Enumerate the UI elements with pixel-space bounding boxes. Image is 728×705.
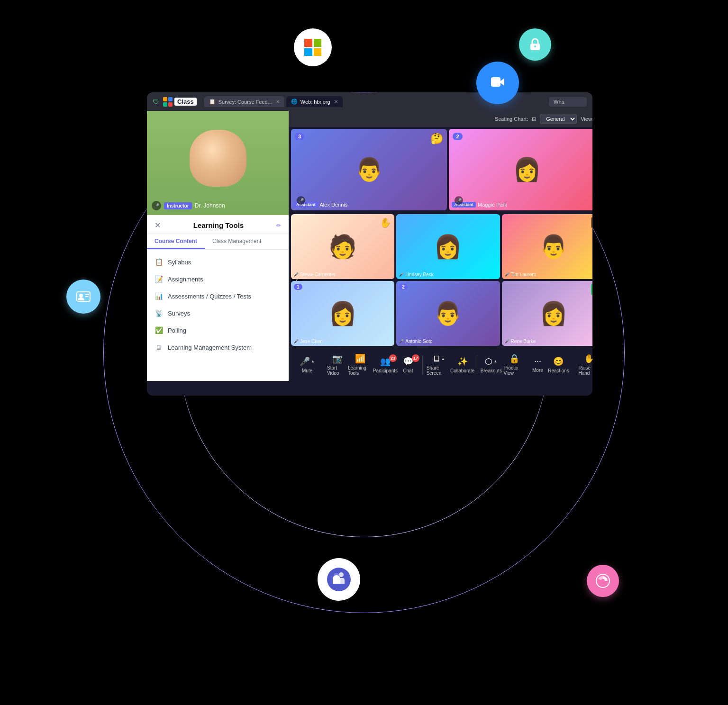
- share-screen-button[interactable]: 🖥 ▲ Share Screen: [427, 354, 450, 376]
- start-video-icon: 📷: [332, 353, 343, 364]
- tim-rewind-icon: ⏪: [591, 217, 592, 228]
- tab-survey-close[interactable]: ✕: [276, 99, 280, 104]
- class-logo-icon: [163, 97, 173, 107]
- alex-mic-icon: 🎤: [297, 196, 305, 205]
- collaborate-label: Collaborate: [450, 368, 474, 373]
- svg-point-3: [79, 294, 83, 298]
- surveys-icon: 📡: [155, 309, 163, 317]
- lindsay-name: Lindsay Beck: [405, 272, 433, 277]
- user-card-icon: [66, 280, 100, 314]
- tab-web-close[interactable]: ✕: [334, 99, 338, 104]
- polling-icon: ✅: [155, 326, 163, 334]
- more-label: More: [532, 368, 543, 373]
- rene-check-icon: ✓: [591, 284, 592, 295]
- menu-item-surveys[interactable]: 📡 Surveys: [147, 305, 289, 322]
- lms-label: Learning Management System: [168, 344, 252, 351]
- svg-point-1: [534, 45, 536, 47]
- learning-tools-header: ✕ Learning Tools ✏: [147, 215, 289, 234]
- grid-icon: ⊞: [532, 116, 536, 122]
- menu-item-lms[interactable]: 🖥 Learning Management System: [147, 339, 289, 356]
- instructor-role-badge: Instructor: [164, 202, 192, 209]
- breakouts-label: Breakouts: [481, 368, 502, 373]
- browser-titlebar: 🛡 Class 📋 Survey: Course Feed... ✕ 🌐 Web…: [147, 92, 592, 111]
- tab-web[interactable]: 🌐 Web: hbr.org ✕: [286, 96, 343, 107]
- stevie-name-label: 🎤 Stevie Carpenter: [294, 272, 336, 277]
- start-video-label: Start Video: [327, 365, 348, 376]
- browser-search-bar[interactable]: Wha: [549, 97, 587, 107]
- assignments-icon: 📝: [155, 275, 163, 283]
- featured-participants-row: 👨 3 🤔 🎤 Assistant Alex Dennis 👩 2 🎤: [289, 127, 592, 212]
- antonio-avatar: 👨: [396, 281, 500, 346]
- antonio-chat-count: 2: [399, 284, 408, 290]
- breakouts-icon: ⬡ ▲: [485, 356, 497, 367]
- reactions-button[interactable]: 😊 Reactions: [548, 356, 569, 373]
- tim-name: Tim Laurent: [511, 272, 536, 277]
- maggie-name: Maggie Park: [478, 202, 507, 208]
- jese-name: Jese Chen: [300, 339, 323, 344]
- mute-label: Mute: [302, 368, 312, 373]
- antonio-name: Antonio Soto: [405, 339, 432, 344]
- menu-item-assignments[interactable]: 📝 Assignments: [147, 271, 289, 288]
- raise-hand-icon: ✋: [584, 353, 592, 364]
- alex-emoji: 🤔: [430, 133, 443, 145]
- learning-tools-tabs: Course Content Class Management: [147, 234, 289, 250]
- menu-item-assessments[interactable]: 📊 Assessments / Quizzes / Tests: [147, 288, 289, 305]
- grid-cell-tim: 👨 ⏪ 🎤 Tim Laurent: [502, 214, 592, 279]
- participants-button[interactable]: 👥 23 Participants: [375, 356, 396, 373]
- toolbar-center: 📶 Learning Tools 👥 23 Participants 💬 17 …: [348, 353, 548, 376]
- grid-cell-rene: 👩 ✓ 🎤 Rene Burke: [502, 281, 592, 346]
- start-video-button[interactable]: 📷 Start Video: [327, 353, 348, 376]
- share-screen-label: Share Screen: [427, 365, 450, 376]
- raise-hand-label: Raise Hand: [578, 365, 592, 376]
- assignments-label: Assignments: [168, 276, 203, 283]
- raise-hand-button[interactable]: ✋ Raise Hand: [578, 353, 592, 376]
- learning-tools-menu: 📋 Syllabus 📝 Assignments 📊 Assessments /…: [147, 250, 289, 360]
- syllabus-icon: 📋: [155, 258, 163, 266]
- instructor-mic-icon: 🎤: [152, 201, 161, 210]
- class-logo-text: Class: [174, 98, 197, 106]
- menu-item-syllabus[interactable]: 📋 Syllabus: [147, 253, 289, 271]
- mute-button[interactable]: 🎤 ▲ Mute: [297, 356, 318, 373]
- participants-badge: 23: [389, 354, 397, 362]
- learning-tools-toolbar-icon: 📶: [355, 353, 365, 364]
- instructor-face: [147, 111, 289, 215]
- breakouts-button[interactable]: ⬡ ▲ Breakouts: [481, 356, 501, 373]
- meeting-toolbar: 🎤 ▲ Mute 📷 Start Video 📶 Learning Tools: [289, 348, 592, 381]
- chat-button[interactable]: 💬 17 Chat: [398, 356, 419, 373]
- menu-item-polling[interactable]: ✅ Polling: [147, 322, 289, 339]
- learning-tools-button[interactable]: 📶 Learning Tools: [348, 353, 373, 376]
- proctor-view-button[interactable]: 🔒 Proctor View: [503, 353, 525, 376]
- share-screen-icon: 🖥 ▲: [432, 354, 445, 364]
- tab-web-icon: 🌐: [291, 99, 298, 105]
- rene-name: Rene Burke: [511, 339, 536, 344]
- learning-tools-panel: ✕ Learning Tools ✏ Course Content Class …: [147, 215, 289, 381]
- learning-tools-edit-button[interactable]: ✏: [276, 222, 281, 229]
- learning-tools-close-button[interactable]: ✕: [155, 221, 161, 230]
- alex-name: Alex Dennis: [320, 202, 348, 208]
- grid-cell-stevie: 🧑 ✋ 🎤 Stevie Carpenter: [291, 214, 394, 279]
- collaborate-button[interactable]: ✨ Collaborate: [452, 356, 473, 373]
- instructor-panel: 🎤 Instructor Dr. Johnson ✕ Learning Tool…: [147, 111, 289, 381]
- view-label: View:: [581, 116, 592, 122]
- alex-label: 🎤 Assistant Alex Dennis: [294, 202, 347, 208]
- reactions-icon: 😊: [553, 356, 564, 367]
- stevie-name: Stevie Carpenter: [300, 272, 336, 277]
- grid-cell-jese: 👩 1 🎤 Jese Chen: [291, 281, 394, 346]
- tab-class-management[interactable]: Class Management: [205, 234, 269, 249]
- antonio-name-label: 🎤 Antonio Soto: [399, 339, 432, 344]
- more-button[interactable]: ··· More: [527, 356, 548, 373]
- seating-select[interactable]: General: [540, 114, 577, 124]
- tab-survey[interactable]: 📋 Survey: Course Feed... ✕: [204, 96, 284, 107]
- rene-avatar: 👩: [502, 281, 592, 346]
- lindsay-avatar: 👩: [396, 214, 500, 279]
- toolbar-left: 🎤 ▲ Mute 📷 Start Video: [297, 353, 348, 376]
- seating-bar: Seating Chart: ⊞ General View: ⊞: [289, 111, 592, 127]
- participants-label: Participants: [373, 368, 398, 373]
- lindsay-name-label: 🎤 Lindsay Beck: [399, 272, 433, 277]
- alex-avatar: 👨: [291, 129, 447, 210]
- collaborate-icon: ✨: [457, 356, 468, 367]
- learning-tools-title: Learning Tools: [193, 221, 244, 229]
- tab-course-content[interactable]: Course Content: [147, 234, 205, 249]
- tab-survey-label: Survey: Course Feed...: [218, 99, 272, 105]
- surveys-label: Surveys: [168, 310, 190, 317]
